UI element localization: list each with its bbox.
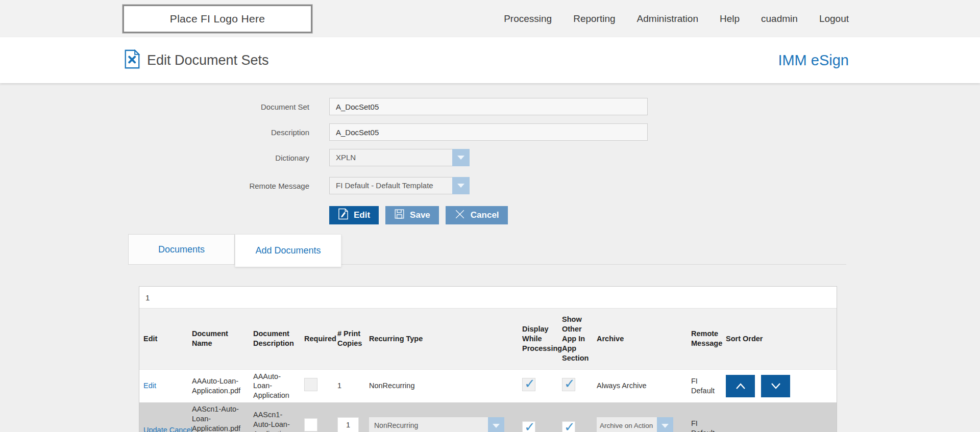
nav-item-help[interactable]: Help — [720, 13, 740, 24]
row2-display-while-processing-checkbox[interactable] — [522, 421, 535, 432]
table-header: Edit Document Name Document Description … — [139, 309, 837, 369]
row1-document-description: AAAuto-Loan-Application — [249, 369, 300, 402]
row1-recurring-type: NonRecurring — [365, 369, 518, 402]
row1-edit-link[interactable]: Edit — [143, 382, 156, 390]
cancel-button[interactable]: Cancel — [446, 206, 508, 224]
row2-recurring-type-select[interactable]: NonRecurring — [369, 417, 504, 432]
row2-cancel-link[interactable]: Cancel — [169, 426, 192, 432]
dictionary-label: Dictionary — [0, 154, 309, 162]
description-input[interactable] — [329, 123, 648, 141]
nav-item-processing[interactable]: Processing — [504, 13, 552, 24]
row2-required-checkbox[interactable] — [304, 418, 317, 431]
table-pager: 1 — [139, 287, 837, 309]
document-set-label: Document Set — [0, 103, 309, 111]
save-button[interactable]: Save — [385, 206, 439, 224]
chevron-down-icon — [493, 424, 500, 428]
row2-archive-value: Archive on Action — [597, 417, 657, 432]
nav-item-reporting[interactable]: Reporting — [573, 13, 615, 24]
dictionary-dropdown-button[interactable] — [452, 149, 470, 166]
form-row-dictionary: Dictionary XPLN — [0, 149, 980, 166]
row1-show-other-app-checkbox[interactable] — [562, 378, 575, 391]
row1-sort-down-button[interactable] — [761, 375, 790, 397]
chevron-down-icon — [457, 156, 464, 160]
row2-recurring-dropdown-button[interactable] — [488, 417, 504, 432]
remote-message-dropdown-button[interactable] — [452, 177, 470, 194]
row1-display-while-processing-checkbox[interactable] — [522, 378, 535, 391]
col-edit: Edit — [139, 309, 188, 369]
form-row-remote-message: Remote Message FI Default - Default Temp… — [0, 177, 980, 194]
dictionary-select[interactable]: XPLN — [329, 149, 470, 166]
row1-archive: Always Archive — [593, 369, 687, 402]
pager-page-1[interactable]: 1 — [145, 293, 150, 302]
col-required: Required — [300, 309, 333, 369]
row2-archive-dropdown-button[interactable] — [657, 417, 673, 432]
brand-imm-esign: IMM eSign — [778, 52, 849, 69]
tab-documents-label: Documents — [158, 244, 205, 255]
edit-pencil-icon — [338, 208, 349, 222]
fi-logo-text: Place FI Logo Here — [170, 13, 265, 25]
row1-required-checkbox[interactable] — [304, 378, 317, 391]
tab-add-documents-label: Add Documents — [255, 245, 321, 256]
row2-document-name: AAScn1-Auto-Loan-Application.pdf — [188, 402, 249, 432]
main-content: Document Set Description Dictionary XPLN… — [0, 83, 980, 432]
col-display-while-processing: Display While Processing — [518, 309, 558, 369]
col-print-copies: # Print Copies — [333, 309, 365, 369]
nav-item-administration[interactable]: Administration — [637, 13, 698, 24]
dictionary-selected-value: XPLN — [329, 149, 452, 166]
save-floppy-icon — [394, 209, 405, 222]
remote-message-selected-value: FI Default - Default Template — [329, 177, 452, 194]
cancel-button-label: Cancel — [471, 210, 499, 220]
row1-print-copies: 1 — [333, 369, 365, 402]
edit-button-label: Edit — [354, 210, 370, 220]
col-archive: Archive — [593, 309, 687, 369]
row2-sort-order — [722, 402, 837, 432]
documents-table: Edit Document Name Document Description … — [139, 309, 837, 432]
row1-document-name: AAAuto-Loan-Application.pdf — [188, 369, 249, 402]
col-recurring-type: Recurring Type — [365, 309, 518, 369]
col-document-description: Document Description — [249, 309, 300, 369]
form-row-document-set: Document Set — [0, 98, 980, 115]
row2-print-copies-input[interactable] — [337, 417, 359, 432]
col-document-name: Document Name — [188, 309, 249, 369]
title-bar: Edit Document Sets IMM eSign — [0, 37, 980, 83]
row2-recurring-type-value: NonRecurring — [369, 417, 488, 432]
cancel-x-icon — [454, 209, 465, 222]
chevron-down-icon — [770, 382, 782, 390]
chevron-down-icon — [457, 184, 464, 188]
row1-sort-up-button[interactable] — [726, 375, 755, 397]
chevron-down-icon — [662, 424, 669, 428]
edit-button[interactable]: Edit — [329, 206, 379, 224]
table-row: Edit AAAuto-Loan-Application.pdf AAAuto-… — [139, 369, 837, 402]
tab-documents[interactable]: Documents — [128, 234, 235, 264]
table-row-editing: Update Cancel AAScn1-Auto-Loan-Applicati… — [139, 402, 837, 432]
row2-archive-select[interactable]: Archive on Action — [597, 417, 673, 432]
tab-add-documents[interactable]: Add Documents — [235, 234, 341, 267]
nav-item-logout[interactable]: Logout — [819, 13, 849, 24]
title-group: Edit Document Sets — [125, 49, 269, 71]
col-remote-message: Remote Message — [687, 309, 722, 369]
top-bar: Place FI Logo Here Processing Reporting … — [0, 0, 980, 37]
remote-message-label: Remote Message — [0, 182, 309, 190]
main-nav: Processing Reporting Administration Help… — [504, 13, 849, 24]
col-sort-order: Sort Order — [722, 309, 837, 369]
documents-table-panel: 1 Edit Document Name Document Descriptio… — [139, 286, 837, 432]
document-set-input[interactable] — [329, 98, 648, 115]
row2-remote-message: FI Default — [687, 402, 722, 432]
row1-remote-message: FI Default — [687, 369, 722, 402]
page-title: Edit Document Sets — [147, 53, 269, 68]
description-label: Description — [0, 128, 309, 137]
row2-document-description: AAScn1-Auto-Loan-Application — [249, 402, 300, 432]
chevron-up-icon — [734, 382, 747, 390]
col-show-other-app: Show Other App In App Section — [558, 309, 593, 369]
form-buttons: Edit Save Cancel — [329, 206, 980, 224]
document-tools-icon — [125, 49, 140, 71]
tab-strip: Documents Add Documents — [128, 234, 846, 265]
fi-logo-placeholder: Place FI Logo Here — [122, 5, 312, 33]
remote-message-select[interactable]: FI Default - Default Template — [329, 177, 470, 194]
row2-update-link[interactable]: Update — [143, 426, 167, 432]
form-row-description: Description — [0, 123, 980, 141]
row2-show-other-app-checkbox[interactable] — [562, 421, 575, 432]
save-button-label: Save — [410, 210, 430, 220]
nav-item-cuadmin[interactable]: cuadmin — [761, 13, 798, 24]
